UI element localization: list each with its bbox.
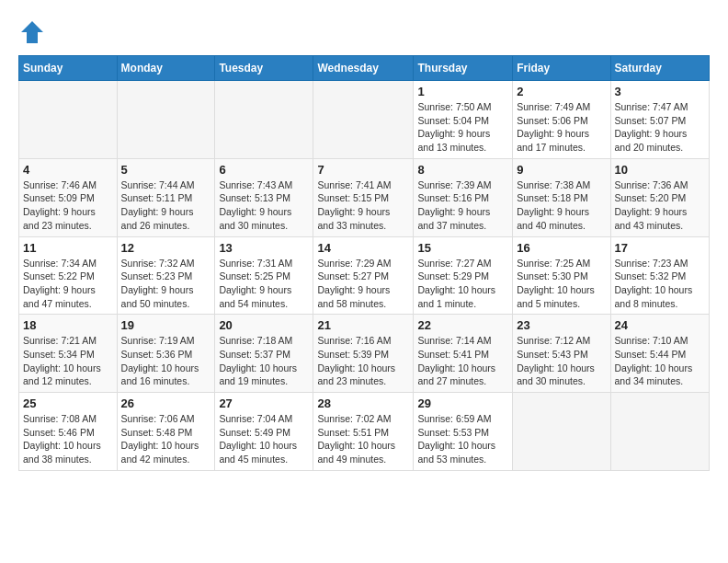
day-number: 17	[615, 241, 705, 255]
calendar-day-cell: 12Sunrise: 7:32 AM Sunset: 5:23 PM Dayli…	[117, 236, 215, 315]
calendar-week-row: 11Sunrise: 7:34 AM Sunset: 5:22 PM Dayli…	[19, 236, 710, 315]
day-info: Sunrise: 7:27 AM Sunset: 5:29 PM Dayligh…	[417, 257, 508, 311]
day-number: 5	[121, 163, 211, 177]
logo-icon	[18, 18, 46, 46]
day-of-week-header: Sunday	[19, 56, 118, 81]
calendar-day-cell: 13Sunrise: 7:31 AM Sunset: 5:25 PM Dayli…	[215, 236, 313, 315]
day-info: Sunrise: 7:12 AM Sunset: 5:43 PM Dayligh…	[517, 334, 606, 388]
calendar-day-cell: 17Sunrise: 7:23 AM Sunset: 5:32 PM Dayli…	[610, 236, 709, 315]
day-number: 13	[219, 241, 309, 255]
day-number: 16	[517, 241, 606, 255]
day-number: 1	[417, 85, 508, 98]
day-number: 20	[219, 318, 309, 332]
day-info: Sunrise: 7:31 AM Sunset: 5:25 PM Dayligh…	[219, 257, 309, 311]
calendar-day-cell: 8Sunrise: 7:39 AM Sunset: 5:16 PM Daylig…	[414, 158, 513, 236]
calendar-day-cell: 21Sunrise: 7:16 AM Sunset: 5:39 PM Dayli…	[313, 315, 414, 393]
calendar-day-cell: 3Sunrise: 7:47 AM Sunset: 5:07 PM Daylig…	[610, 81, 709, 159]
day-number: 15	[417, 241, 508, 255]
day-info: Sunrise: 7:10 AM Sunset: 5:44 PM Dayligh…	[615, 334, 705, 388]
calendar-week-row: 25Sunrise: 7:08 AM Sunset: 5:46 PM Dayli…	[19, 393, 710, 471]
calendar-day-cell: 5Sunrise: 7:44 AM Sunset: 5:11 PM Daylig…	[117, 158, 215, 236]
day-of-week-header: Thursday	[414, 56, 513, 81]
day-info: Sunrise: 6:59 AM Sunset: 5:53 PM Dayligh…	[417, 412, 508, 466]
day-number: 6	[219, 163, 309, 177]
day-info: Sunrise: 7:19 AM Sunset: 5:36 PM Dayligh…	[121, 334, 211, 388]
day-info: Sunrise: 7:16 AM Sunset: 5:39 PM Dayligh…	[317, 334, 409, 388]
day-info: Sunrise: 7:06 AM Sunset: 5:48 PM Dayligh…	[121, 412, 211, 466]
day-of-week-header: Monday	[117, 56, 215, 81]
calendar-day-cell: 11Sunrise: 7:34 AM Sunset: 5:22 PM Dayli…	[19, 236, 118, 315]
calendar-day-cell: 28Sunrise: 7:02 AM Sunset: 5:51 PM Dayli…	[313, 393, 414, 471]
day-info: Sunrise: 7:32 AM Sunset: 5:23 PM Dayligh…	[121, 257, 211, 311]
day-info: Sunrise: 7:41 AM Sunset: 5:15 PM Dayligh…	[317, 178, 409, 233]
calendar-day-cell: 15Sunrise: 7:27 AM Sunset: 5:29 PM Dayli…	[414, 236, 513, 315]
day-info: Sunrise: 7:44 AM Sunset: 5:11 PM Dayligh…	[121, 178, 211, 233]
day-number: 11	[23, 241, 113, 255]
day-number: 26	[121, 396, 211, 410]
calendar-day-cell: 4Sunrise: 7:46 AM Sunset: 5:09 PM Daylig…	[19, 158, 118, 236]
calendar-day-cell: 7Sunrise: 7:41 AM Sunset: 5:15 PM Daylig…	[313, 158, 414, 236]
day-info: Sunrise: 7:02 AM Sunset: 5:51 PM Dayligh…	[317, 412, 409, 466]
logo	[18, 18, 51, 46]
calendar-day-cell: 14Sunrise: 7:29 AM Sunset: 5:27 PM Dayli…	[313, 236, 414, 315]
day-number: 29	[417, 396, 508, 410]
day-of-week-header: Wednesday	[313, 56, 414, 81]
calendar-header-row: SundayMondayTuesdayWednesdayThursdayFrid…	[19, 56, 710, 81]
day-number: 18	[23, 318, 113, 332]
calendar-day-cell	[513, 393, 610, 471]
day-info: Sunrise: 7:04 AM Sunset: 5:49 PM Dayligh…	[219, 412, 309, 466]
day-number: 4	[23, 163, 113, 177]
calendar-day-cell: 6Sunrise: 7:43 AM Sunset: 5:13 PM Daylig…	[215, 158, 313, 236]
calendar-day-cell	[313, 81, 414, 159]
day-of-week-header: Saturday	[610, 56, 709, 81]
day-info: Sunrise: 7:47 AM Sunset: 5:07 PM Dayligh…	[615, 100, 705, 155]
calendar-table: SundayMondayTuesdayWednesdayThursdayFrid…	[18, 55, 710, 471]
day-info: Sunrise: 7:08 AM Sunset: 5:46 PM Dayligh…	[23, 412, 113, 466]
calendar-week-row: 18Sunrise: 7:21 AM Sunset: 5:34 PM Dayli…	[19, 315, 710, 393]
calendar-day-cell: 1Sunrise: 7:50 AM Sunset: 5:04 PM Daylig…	[414, 81, 513, 159]
calendar-day-cell: 27Sunrise: 7:04 AM Sunset: 5:49 PM Dayli…	[215, 393, 313, 471]
calendar-day-cell: 18Sunrise: 7:21 AM Sunset: 5:34 PM Dayli…	[19, 315, 118, 393]
day-number: 7	[317, 163, 409, 177]
day-number: 10	[615, 163, 705, 177]
calendar-day-cell: 22Sunrise: 7:14 AM Sunset: 5:41 PM Dayli…	[414, 315, 513, 393]
day-info: Sunrise: 7:25 AM Sunset: 5:30 PM Dayligh…	[517, 257, 606, 311]
svg-marker-0	[21, 21, 43, 43]
day-info: Sunrise: 7:36 AM Sunset: 5:20 PM Dayligh…	[615, 178, 705, 233]
calendar-week-row: 1Sunrise: 7:50 AM Sunset: 5:04 PM Daylig…	[19, 81, 710, 159]
calendar-day-cell: 24Sunrise: 7:10 AM Sunset: 5:44 PM Dayli…	[610, 315, 709, 393]
calendar-day-cell	[19, 81, 118, 159]
calendar-day-cell: 19Sunrise: 7:19 AM Sunset: 5:36 PM Dayli…	[117, 315, 215, 393]
calendar-day-cell: 2Sunrise: 7:49 AM Sunset: 5:06 PM Daylig…	[513, 81, 610, 159]
calendar-day-cell	[117, 81, 215, 159]
calendar-day-cell	[610, 393, 709, 471]
day-info: Sunrise: 7:50 AM Sunset: 5:04 PM Dayligh…	[417, 100, 508, 155]
day-info: Sunrise: 7:46 AM Sunset: 5:09 PM Dayligh…	[23, 178, 113, 233]
day-number: 28	[317, 396, 409, 410]
day-number: 9	[517, 163, 606, 177]
day-info: Sunrise: 7:29 AM Sunset: 5:27 PM Dayligh…	[317, 257, 409, 311]
day-number: 14	[317, 241, 409, 255]
day-number: 22	[417, 318, 508, 332]
day-of-week-header: Tuesday	[215, 56, 313, 81]
day-info: Sunrise: 7:14 AM Sunset: 5:41 PM Dayligh…	[417, 334, 508, 388]
day-number: 27	[219, 396, 309, 410]
day-info: Sunrise: 7:18 AM Sunset: 5:37 PM Dayligh…	[219, 334, 309, 388]
day-number: 3	[615, 85, 705, 98]
day-info: Sunrise: 7:21 AM Sunset: 5:34 PM Dayligh…	[23, 334, 113, 388]
day-number: 19	[121, 318, 211, 332]
day-info: Sunrise: 7:49 AM Sunset: 5:06 PM Dayligh…	[517, 100, 606, 155]
calendar-day-cell: 25Sunrise: 7:08 AM Sunset: 5:46 PM Dayli…	[19, 393, 118, 471]
day-info: Sunrise: 7:39 AM Sunset: 5:16 PM Dayligh…	[417, 178, 508, 233]
day-number: 25	[23, 396, 113, 410]
day-info: Sunrise: 7:38 AM Sunset: 5:18 PM Dayligh…	[517, 178, 606, 233]
day-of-week-header: Friday	[513, 56, 610, 81]
calendar-day-cell: 26Sunrise: 7:06 AM Sunset: 5:48 PM Dayli…	[117, 393, 215, 471]
day-number: 2	[517, 85, 606, 98]
calendar-day-cell: 10Sunrise: 7:36 AM Sunset: 5:20 PM Dayli…	[610, 158, 709, 236]
day-info: Sunrise: 7:34 AM Sunset: 5:22 PM Dayligh…	[23, 257, 113, 311]
day-number: 12	[121, 241, 211, 255]
calendar-week-row: 4Sunrise: 7:46 AM Sunset: 5:09 PM Daylig…	[19, 158, 710, 236]
calendar-day-cell: 9Sunrise: 7:38 AM Sunset: 5:18 PM Daylig…	[513, 158, 610, 236]
day-info: Sunrise: 7:43 AM Sunset: 5:13 PM Dayligh…	[219, 178, 309, 233]
